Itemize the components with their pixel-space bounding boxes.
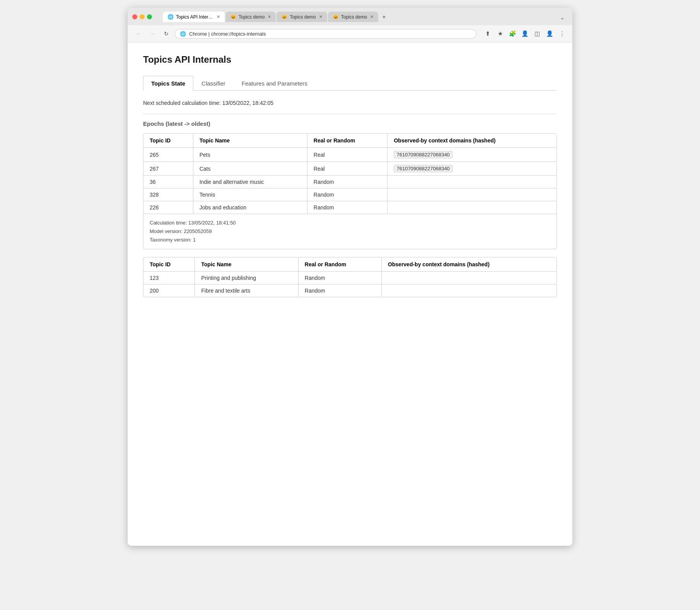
table-row: 36Indie and alternative musicRandom [143, 176, 557, 188]
tab-topics-state[interactable]: Topics State [143, 76, 193, 91]
maximize-button[interactable] [147, 14, 152, 19]
browser-tab-2[interactable]: 🐱 Topics demo ✕ [225, 12, 276, 22]
cell-topic-name: Pets [193, 148, 307, 162]
tab-3-close[interactable]: ✕ [319, 14, 323, 19]
cell-topic-id: 200 [143, 284, 195, 297]
table-row: 267CatsReal7610709088227068340 [143, 162, 557, 176]
page-title: Topics API Internals [143, 54, 557, 65]
browser-tab-3[interactable]: 🐱 Topics demo ✕ [277, 12, 327, 22]
next-calculation-info: Next scheduled calculation time: 13/05/2… [143, 100, 557, 106]
cell-domains [381, 284, 557, 297]
address-bar[interactable]: 🌐 Chrome | chrome://topics-internals [175, 29, 476, 39]
epoch2-header-row: Topic ID Topic Name Real or Random Obser… [143, 257, 557, 272]
back-icon: ← [136, 31, 141, 37]
tab-menu-button[interactable]: ⌄ [557, 13, 568, 22]
cell-topic-name: Fibre and textile arts [195, 284, 299, 297]
table-row: 226Jobs and educationRandom [143, 201, 557, 214]
cell-domains: 7610709088227068340 [388, 148, 557, 162]
col-real-or-random: Real or Random [307, 134, 388, 148]
cell-domains [388, 176, 557, 188]
epoch2-col-topic-name: Topic Name [195, 257, 299, 272]
reload-icon: ↻ [164, 31, 169, 37]
address-favicon: 🌐 [180, 31, 186, 37]
back-button[interactable]: ← [133, 28, 144, 39]
profile-button[interactable]: 👤 [545, 29, 555, 39]
bookmark-button[interactable]: ★ [495, 29, 505, 39]
content-tabs: Topics State Classifier Features and Par… [143, 76, 557, 91]
tab-2-title: Topics demo [239, 14, 265, 20]
table-row: 265PetsReal7610709088227068340 [143, 148, 557, 162]
table-row: 328TennisRandom [143, 188, 557, 201]
sidebar-button[interactable]: ◫ [532, 29, 542, 39]
browser-window: 🌐 Topics API Intern… ✕ 🐱 Topics demo ✕ 🐱… [128, 8, 572, 546]
col-topic-id: Topic ID [143, 134, 193, 148]
col-topic-name: Topic Name [193, 134, 307, 148]
extensions-button[interactable]: 🧩 [507, 29, 517, 39]
epoch-1-model-version: Model version: 2205052059 [150, 227, 550, 236]
cell-topic-id: 226 [143, 201, 193, 214]
tab-2-favicon: 🐱 [230, 14, 236, 20]
cell-real-or-random: Random [307, 201, 388, 214]
profile-extension-button[interactable]: 👤 [520, 29, 530, 39]
epoch-1-calc-time: Calculation time: 13/05/2022, 18:41:50 [150, 219, 550, 227]
tab-4-title: Topics demo [341, 14, 367, 20]
cell-topic-id: 123 [143, 272, 195, 284]
reload-button[interactable]: ↻ [161, 28, 172, 39]
forward-button[interactable]: → [147, 28, 158, 39]
cell-topic-name: Indie and alternative music [193, 176, 307, 188]
tab-features-params[interactable]: Features and Parameters [234, 76, 316, 91]
cell-real-or-random: Random [298, 272, 381, 284]
cell-topic-name: Tennis [193, 188, 307, 201]
cell-topic-id: 328 [143, 188, 193, 201]
col-domains: Observed-by context domains (hashed) [388, 134, 557, 148]
extensions-icon: 🧩 [509, 30, 516, 37]
title-bar: 🌐 Topics API Intern… ✕ 🐱 Topics demo ✕ 🐱… [128, 8, 572, 25]
title-bar-top: 🌐 Topics API Intern… ✕ 🐱 Topics demo ✕ 🐱… [132, 12, 568, 22]
cell-domains [388, 188, 557, 201]
epoch-2-table: Topic ID Topic Name Real or Random Obser… [143, 257, 557, 297]
cell-topic-id: 267 [143, 162, 193, 176]
tab-4-close[interactable]: ✕ [370, 14, 374, 19]
table-row: 123Printing and publishingRandom [143, 272, 557, 284]
browser-tab-1[interactable]: 🌐 Topics API Intern… ✕ [163, 12, 225, 22]
forward-icon: → [150, 31, 155, 37]
epochs-heading: Epochs (latest -> oldest) [143, 120, 557, 127]
cell-topic-name: Jobs and education [193, 201, 307, 214]
cell-domains [381, 272, 557, 284]
epoch2-col-topic-id: Topic ID [143, 257, 195, 272]
cell-real-or-random: Real [307, 162, 388, 176]
address-text: Chrome | chrome://topics-internals [189, 31, 471, 37]
new-tab-button[interactable]: + [379, 12, 389, 22]
cell-real-or-random: Real [307, 148, 388, 162]
sidebar-icon: ◫ [534, 30, 540, 37]
tab-3-title: Topics demo [290, 14, 316, 20]
share-button[interactable]: ⬆ [483, 29, 493, 39]
epoch-2-card: Topic ID Topic Name Real or Random Obser… [143, 257, 557, 297]
cell-topic-id: 265 [143, 148, 193, 162]
domain-badge: 7610709088227068340 [394, 151, 452, 158]
epoch-1-card: Topic ID Topic Name Real or Random Obser… [143, 133, 557, 249]
user-icon: 👤 [546, 30, 553, 37]
nav-bar: ← → ↻ 🌐 Chrome | chrome://topics-interna… [128, 25, 572, 43]
section-divider [143, 114, 557, 114]
profile-extension-icon: 👤 [521, 30, 529, 37]
tab-1-close[interactable]: ✕ [217, 14, 220, 19]
cell-real-or-random: Random [298, 284, 381, 297]
epoch-1-table: Topic ID Topic Name Real or Random Obser… [143, 134, 557, 214]
cell-domains [388, 201, 557, 214]
menu-button[interactable]: ⋮ [557, 29, 567, 39]
tabs-row: 🌐 Topics API Intern… ✕ 🐱 Topics demo ✕ 🐱… [163, 12, 568, 22]
tab-classifier[interactable]: Classifier [193, 76, 234, 91]
browser-tab-4[interactable]: 🐱 Topics demo ✕ [328, 12, 378, 22]
epoch2-col-domains: Observed-by context domains (hashed) [381, 257, 557, 272]
nav-actions: ⬆ ★ 🧩 👤 ◫ 👤 ⋮ [483, 29, 567, 39]
minimize-button[interactable] [140, 14, 145, 19]
cell-domains: 7610709088227068340 [388, 162, 557, 176]
tab-2-close[interactable]: ✕ [268, 14, 271, 19]
epoch-1-meta: Calculation time: 13/05/2022, 18:41:50 M… [143, 214, 557, 249]
close-button[interactable] [132, 14, 137, 19]
menu-icon: ⋮ [559, 30, 565, 37]
share-icon: ⬆ [485, 30, 490, 37]
epoch2-col-real-or-random: Real or Random [298, 257, 381, 272]
cell-real-or-random: Random [307, 176, 388, 188]
